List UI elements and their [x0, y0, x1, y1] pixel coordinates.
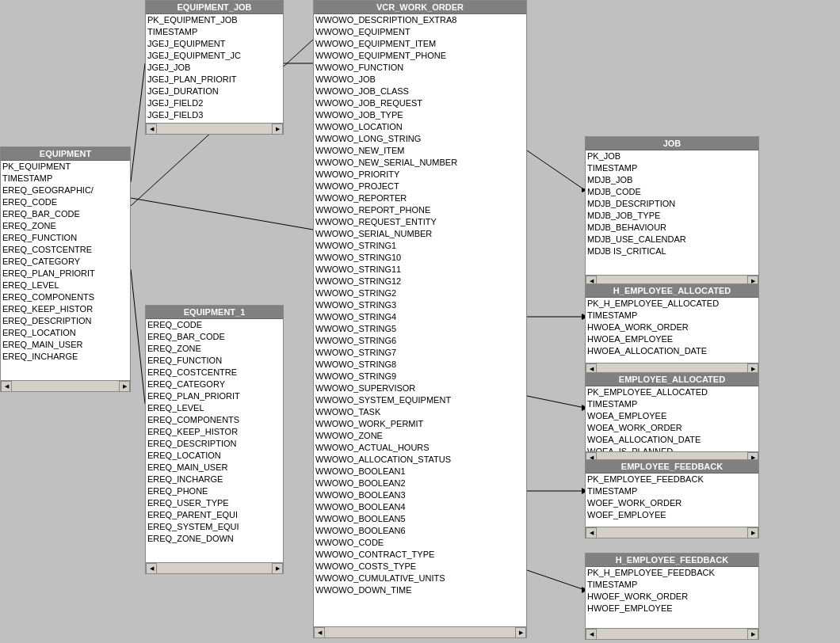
table-header-vcr_work_order: VCR_WORK_ORDER	[314, 1, 526, 14]
horiz-scroll-track[interactable]	[13, 383, 118, 390]
scroll-left-btn[interactable]: ◀	[146, 124, 157, 135]
scroll-left-btn[interactable]: ◀	[586, 527, 597, 538]
scroll-left-btn[interactable]: ◀	[1, 381, 12, 392]
table-field: EREQ_LOCATION	[146, 450, 283, 462]
table-field: TIMESTAMP	[586, 162, 758, 174]
horiz-scroll-track[interactable]	[598, 530, 746, 536]
table-field: EREQ_DESCRIPTION	[1, 315, 130, 327]
table-field: MDJB_JOB	[586, 174, 758, 186]
scroll-right-btn[interactable]: ▶	[272, 124, 283, 135]
table-field: MDJB IS_CRITICAL	[586, 245, 758, 257]
table-field: EREQ_MAIN_USER	[1, 339, 130, 351]
table-field: WWOWO_JOB	[314, 74, 526, 86]
table-field: WWOWO_JOB_REQUEST	[314, 97, 526, 109]
table-field: WWOWO_REPORTER	[314, 192, 526, 204]
scroll-right-btn[interactable]: ▶	[747, 629, 758, 640]
svg-line-5	[131, 198, 313, 230]
table-h_employee_allocated: H_EMPLOYEE_ALLOCATEDPK_H_EMPLOYEE_ALLOCA…	[585, 283, 759, 375]
table-field: EREQ_CODE	[146, 319, 283, 331]
table-field: WWOWO_STRING11	[314, 264, 526, 276]
table-field: EREQ_MAIN_USER	[146, 462, 283, 474]
table-field: TIMESTAMP	[1, 173, 130, 185]
table-field: WOEA_IS_PLANNED	[586, 446, 758, 451]
table-field: WOEA_ALLOCATION_DATE	[586, 434, 758, 446]
table-field: EREQ_PLAN_PRIORIT	[1, 268, 130, 280]
scroll-left-btn[interactable]: ◀	[586, 629, 597, 640]
table-field: TIMESTAMP	[586, 398, 758, 410]
table-field: HWOEA_WORK_ORDER	[586, 322, 758, 333]
horiz-scroll-track[interactable]	[158, 565, 271, 572]
svg-line-7	[527, 150, 585, 190]
scroll-left-btn[interactable]: ◀	[314, 627, 325, 638]
fields-list-equipment_1[interactable]: EREQ_CODEEREQ_BAR_CODEEREQ_ZONEEREQ_FUNC…	[146, 319, 283, 562]
table-field: EREQ_SYSTEM_EQUI	[146, 521, 283, 533]
scroll-right-btn[interactable]: ▶	[747, 527, 758, 538]
fields-list-h_employee_feedback[interactable]: PK_H_EMPLOYEE_FEEDBACKTIMESTAMPHWOEF_WOR…	[586, 567, 758, 628]
table-field: JGEJ_FIELD2	[146, 97, 283, 109]
table-field: EREQ_COSTCENTRE	[146, 367, 283, 379]
table-field: EREQ_INCHARGE	[146, 474, 283, 485]
table-field: EREQ_ZONE	[1, 220, 130, 232]
fields-list-h_employee_allocated[interactable]: PK_H_EMPLOYEE_ALLOCATEDTIMESTAMPHWOEA_WO…	[586, 298, 758, 363]
table-equipment_1: EQUIPMENT_1EREQ_CODEEREQ_BAR_CODEEREQ_ZO…	[145, 305, 284, 574]
fields-list-equipment[interactable]: PK_EQUIPMENTTIMESTAMPEREQ_GEOGRAPHIC/ERE…	[1, 161, 130, 380]
horiz-scroll-track[interactable]	[326, 630, 514, 636]
table-field: EREQ_CATEGORY	[146, 379, 283, 390]
table-field: JGEJ_PLAN_PRIORIT	[146, 74, 283, 86]
table-field: WWOWO_STRING7	[314, 347, 526, 359]
scroll-right-btn[interactable]: ▶	[515, 627, 526, 638]
table-equipment: EQUIPMENTPK_EQUIPMENTTIMESTAMPEREQ_GEOGR…	[0, 146, 131, 392]
table-field: WWOWO_PRIORITY	[314, 169, 526, 181]
table-field: MDJB_CODE	[586, 186, 758, 198]
table-field: EREQ_COMPONENTS	[146, 414, 283, 426]
fields-list-vcr_work_order[interactable]: WWOWO_DESCRIPTION_EXTRA8WWOWO_EQUIPMENTW…	[314, 14, 526, 626]
svg-line-11	[527, 396, 585, 408]
table-field: MDJB_DESCRIPTION	[586, 198, 758, 210]
table-field: WWOWO_FUNCTION	[314, 62, 526, 74]
table-employee_allocated: EMPLOYEE_ALLOCATEDPK_EMPLOYEE_ALLOCATEDT…	[585, 372, 759, 463]
table-field: WWOWO_STRING3	[314, 299, 526, 311]
table-field: WWOWO_REPORT_PHONE	[314, 204, 526, 216]
table-field: EREQ_COSTCENTRE	[1, 244, 130, 256]
horiz-scroll-track[interactable]	[598, 631, 746, 637]
fields-list-job[interactable]: PK_JOBTIMESTAMPMDJB_JOBMDJB_CODEMDJB_DES…	[586, 150, 758, 275]
table-field: WWOWO_LONG_STRING	[314, 133, 526, 145]
table-field: WOEA_WORK_ORDER	[586, 422, 758, 434]
table-field: EREQ_KEEP_HISTOR	[146, 426, 283, 438]
svg-line-2	[131, 269, 145, 404]
table-field: MDJB_BEHAVIOUR	[586, 222, 758, 234]
table-field: WWOWO_SUPERVISOR	[314, 382, 526, 394]
table-field: WWOWO_DOWN_TIME	[314, 584, 526, 596]
table-field: JGEJ_FIELD3	[146, 109, 283, 121]
table-vcr_work_order: VCR_WORK_ORDERWWOWO_DESCRIPTION_EXTRA8WW…	[313, 0, 527, 638]
table-field: EREQ_LEVEL	[146, 402, 283, 414]
scroll-right-btn[interactable]: ▶	[272, 563, 283, 574]
table-field: EREQ_CODE	[1, 196, 130, 208]
table-field: WWOWO_ALLOCATION_STATUS	[314, 454, 526, 466]
table-field: JGEJ_JOB	[146, 62, 283, 74]
table-field: MDJB_USE_CALENDAR	[586, 234, 758, 245]
scroll-right-btn[interactable]: ▶	[119, 381, 130, 392]
table-field: WWOWO_PROJECT	[314, 181, 526, 192]
horiz-scroll-track[interactable]	[158, 126, 271, 132]
fields-list-equipment_job[interactable]: PK_EQUIPMENT_JOBTIMESTAMPJGEJ_EQUIPMENTJ…	[146, 14, 283, 123]
table-field: TIMESTAMP	[586, 485, 758, 497]
table-field: EREQ_FUNCTION	[1, 232, 130, 244]
table-field: WWOWO_CODE	[314, 537, 526, 549]
table-field: TIMESTAMP	[586, 579, 758, 591]
svg-line-0	[131, 63, 145, 182]
scroll-left-btn[interactable]: ◀	[146, 563, 157, 574]
table-field: EREQ_PARENT_EQUI	[146, 509, 283, 521]
table-field: TIMESTAMP	[586, 310, 758, 322]
horiz-scroll-track[interactable]	[598, 366, 746, 372]
table-field: EREQ_LEVEL	[1, 280, 130, 291]
table-field: PK_JOB	[586, 150, 758, 162]
fields-list-employee_feedback[interactable]: PK_EMPLOYEE_FEEDBACKTIMESTAMPWOEF_WORK_O…	[586, 474, 758, 527]
table-job: JOBPK_JOBTIMESTAMPMDJB_JOBMDJB_CODEMDJB_…	[585, 136, 759, 287]
table-field: EREQ_USER_TYPE	[146, 497, 283, 509]
table-header-employee_feedback: EMPLOYEE_FEEDBACK	[586, 460, 758, 474]
table-field: PK_EMPLOYEE_FEEDBACK	[586, 474, 758, 485]
table-field: HWOEA_ALLOCATION_DATE	[586, 345, 758, 357]
fields-list-employee_allocated[interactable]: PK_EMPLOYEE_ALLOCATEDTIMESTAMPWOEA_EMPLO…	[586, 386, 758, 451]
table-field: HWOEF_WORK_ORDER	[586, 591, 758, 603]
